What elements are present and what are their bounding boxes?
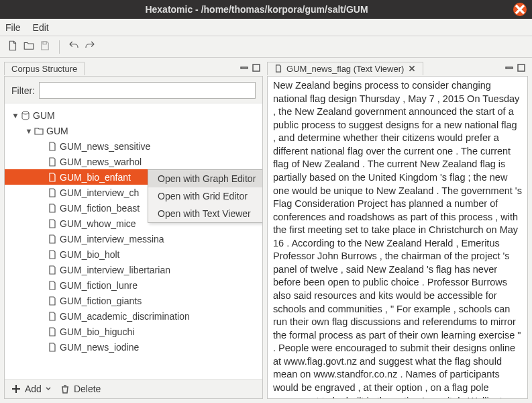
context-menu-item[interactable]: Open with Text Viewer (148, 205, 262, 222)
window-title: Hexatomic - /home/thomas/korpora/gum/sal… (0, 4, 513, 15)
tab-label: GUM_news_flag (Text Viewer) (286, 64, 404, 74)
context-menu-item[interactable]: Open with Grid Editor (148, 187, 262, 205)
tree-node-label: GUM_interview_ch (60, 187, 139, 198)
corpus-structure-panel: Corpus Structure Filter: ▼GUM▼GUMGUM_new… (0, 58, 267, 403)
panel-tab-row: GUM_news_flag (Text Viewer) (267, 60, 528, 77)
tree-node-label: GUM_news_sensitive (60, 141, 150, 152)
toolbar (0, 36, 532, 58)
context-menu: Open with Graph EditorOpen with Grid Edi… (148, 169, 262, 223)
tree-corpus[interactable]: ▼GUM (5, 123, 262, 138)
menubar: File Edit (0, 19, 532, 36)
maximize-panel-icon[interactable] (252, 63, 260, 74)
context-menu-item[interactable]: Open with Graph Editor (148, 170, 262, 187)
tree-node-label: GUM_news_warhol (60, 156, 142, 167)
toolbar-separator (59, 40, 60, 54)
undo-icon[interactable] (68, 40, 80, 54)
svg-rect-4 (506, 67, 513, 69)
tree-node-label: GUM_interview_messina (60, 234, 164, 244)
tree-document[interactable]: GUM_bio_holt (5, 247, 262, 262)
new-file-icon[interactable] (7, 40, 19, 54)
tree-document[interactable]: GUM_news_iodine (5, 339, 262, 355)
tree-node-label: GUM_academic_discrimination (60, 311, 190, 322)
tree-node-label: GUM (46, 126, 68, 136)
svg-rect-2 (253, 64, 260, 71)
tree-node-label: GUM_fiction_lunre (60, 280, 138, 291)
tree-document[interactable]: GUM_fiction_lunre (5, 277, 262, 293)
add-label: Add (25, 384, 42, 394)
filter-input[interactable] (39, 82, 256, 99)
menu-file[interactable]: File (5, 22, 21, 33)
save-icon[interactable] (39, 40, 51, 54)
filter-label: Filter: (11, 85, 35, 96)
svg-rect-1 (241, 67, 248, 69)
chevron-down-icon (46, 386, 51, 392)
window-close-button[interactable] (513, 3, 527, 16)
corpus-panel-body: Filter: ▼GUM▼GUMGUM_news_sensitiveGUM_ne… (4, 77, 263, 399)
file-icon (274, 64, 282, 73)
tree-bottom-bar: Add Delete (5, 379, 262, 398)
svg-rect-5 (518, 64, 525, 71)
open-folder-icon[interactable] (23, 40, 35, 54)
tree-document[interactable]: GUM_news_warhol (5, 154, 262, 169)
tree-node-label: GUM_whow_mice (60, 218, 136, 229)
tree-node-label: GUM_fiction_giants (60, 296, 142, 306)
tree-document[interactable]: GUM_bio_higuchi (5, 324, 262, 339)
tab-text-viewer[interactable]: GUM_news_flag (Text Viewer) (267, 62, 423, 75)
filter-row: Filter: (5, 77, 262, 103)
tree-node-label: GUM_bio_enfant (60, 172, 131, 183)
tree-document[interactable]: GUM_news_sensitive (5, 138, 262, 154)
svg-rect-0 (43, 42, 46, 44)
minimize-panel-icon[interactable] (505, 63, 513, 74)
tree-node-label: GUM_bio_higuchi (60, 326, 134, 337)
tree-node-label: GUM_interview_libertarian (60, 265, 170, 275)
tree-node-label: GUM (33, 110, 55, 121)
tree-document[interactable]: GUM_interview_messina (5, 231, 262, 247)
panel-controls (240, 63, 263, 74)
tree-root[interactable]: ▼GUM (5, 107, 262, 123)
tab-corpus-structure[interactable]: Corpus Structure (4, 62, 85, 75)
tree-node-label: GUM_bio_holt (60, 249, 120, 260)
tree-document[interactable]: GUM_interview_libertarian (5, 262, 262, 277)
tab-label: Corpus Structure (11, 64, 77, 74)
workspace: Corpus Structure Filter: ▼GUM▼GUMGUM_new… (0, 58, 532, 403)
tree-node-label: GUM_fiction_beast (60, 203, 140, 214)
svg-point-3 (22, 111, 29, 114)
panel-controls (505, 63, 528, 74)
add-button[interactable]: Add (11, 384, 51, 394)
document-text[interactable]: New Zealand begins process to consider c… (268, 77, 527, 398)
panel-tab-row: Corpus Structure (4, 60, 263, 77)
tree-node-label: GUM_news_iodine (60, 342, 139, 353)
delete-label: Delete (74, 384, 101, 394)
close-tab-icon[interactable] (408, 64, 416, 73)
corpus-tree[interactable]: ▼GUM▼GUMGUM_news_sensitiveGUM_news_warho… (5, 103, 262, 379)
text-viewer-body: New Zealand begins process to consider c… (267, 77, 528, 399)
redo-icon[interactable] (84, 40, 96, 54)
window-titlebar: Hexatomic - /home/thomas/korpora/gum/sal… (0, 0, 532, 19)
text-viewer-panel: GUM_news_flag (Text Viewer) New Zealand … (267, 58, 532, 403)
tree-document[interactable]: GUM_academic_discrimination (5, 308, 262, 324)
maximize-panel-icon[interactable] (517, 63, 525, 74)
tree-document[interactable]: GUM_fiction_giants (5, 293, 262, 308)
menu-edit[interactable]: Edit (33, 22, 49, 33)
delete-button[interactable]: Delete (60, 384, 101, 394)
minimize-panel-icon[interactable] (240, 63, 248, 74)
